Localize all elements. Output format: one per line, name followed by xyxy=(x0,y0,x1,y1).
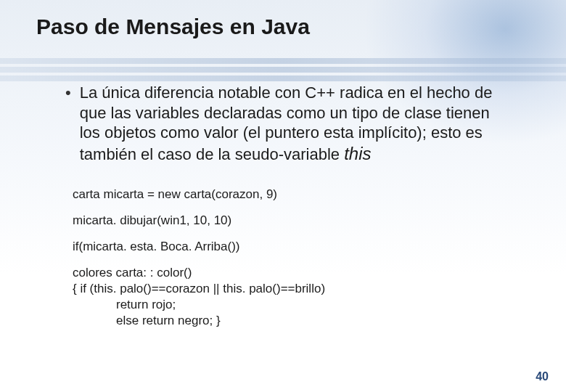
bullet-text-this: this xyxy=(344,144,371,163)
bullet-block: • La única diferencia notable con C++ ra… xyxy=(65,83,530,165)
page-number: 40 xyxy=(536,370,549,383)
bullet-text-main: La única diferencia notable con C++ radi… xyxy=(80,83,493,163)
code-block-4: colores carta: : color() { if (this. pal… xyxy=(73,265,530,329)
bullet-marker: • xyxy=(65,83,71,165)
code-line-2: micarta. dibujar(win1, 10, 10) xyxy=(73,213,530,229)
code-line-1: carta micarta = new carta(corazon, 9) xyxy=(73,187,530,203)
code-block: carta micarta = new carta(corazon, 9) mi… xyxy=(73,187,530,330)
slide-container: Paso de Mensajes en Java • La única dife… xyxy=(0,0,566,392)
code-line-4b: { if (this. palo()==corazon || this. pal… xyxy=(73,281,530,297)
code-line-3: if(micarta. esta. Boca. Arriba()) xyxy=(73,239,530,255)
code-line-4d: else return negro; } xyxy=(73,313,530,329)
code-line-4a: colores carta: : color() xyxy=(73,265,530,281)
code-line-4c: return rojo; xyxy=(73,297,530,313)
slide-title: Paso de Mensajes en Java xyxy=(36,15,530,39)
bullet-text: La única diferencia notable con C++ radi… xyxy=(80,83,508,165)
